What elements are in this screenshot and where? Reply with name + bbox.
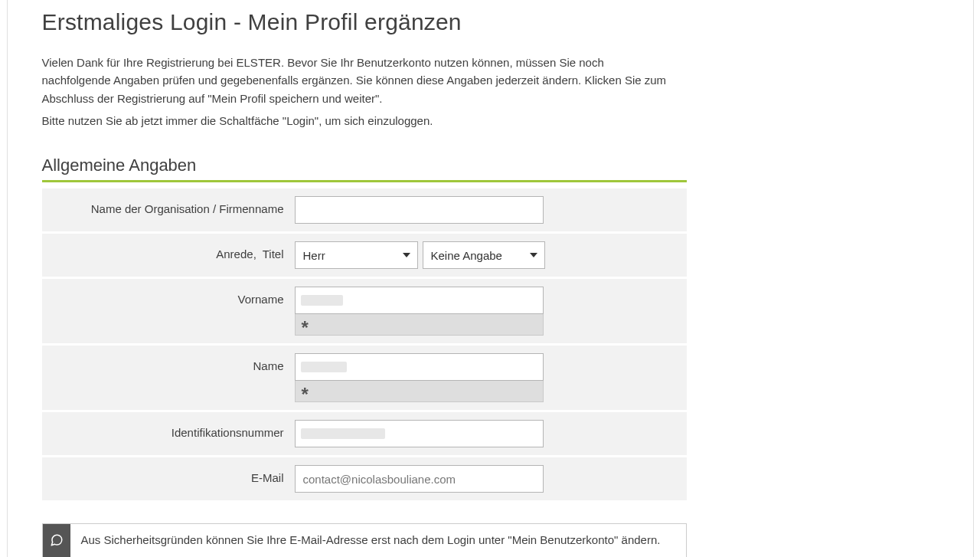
label-titel: Titel [263,247,284,260]
label-email: E-Mail [54,465,295,484]
required-marker-name: * [295,381,544,402]
notice-text: Aus Sicherheitsgründen können Sie Ihre E… [70,524,686,557]
row-vorname: Vorname * [42,279,687,343]
row-idnr: Identifikationsnummer [42,412,687,455]
label-name: Name [54,353,295,372]
select-anrede-wrap: Herr [295,241,418,269]
intro-block: Vielen Dank für Ihre Registrierung bei E… [42,54,939,129]
required-marker-vorname: * [295,314,544,336]
input-email[interactable] [295,465,544,493]
label-organisation: Name der Organisation / Firmenname [54,196,295,215]
notice-box: Aus Sicherheitsgründen können Sie Ihre E… [42,523,687,557]
row-name: Name * [42,346,687,410]
intro-paragraph-1: Vielen Dank für Ihre Registrierung bei E… [42,54,670,107]
select-anrede[interactable]: Herr [295,241,418,269]
label-anrede: Anrede [216,247,253,260]
select-titel[interactable]: Keine Angabe [423,241,545,269]
page-title: Erstmaliges Login - Mein Profil ergänzen [42,9,939,35]
asterisk-icon: * [302,319,309,337]
speech-bubble-icon [43,524,70,557]
row-organisation: Name der Organisation / Firmenname [42,188,687,231]
label-idnr: Identifikationsnummer [54,420,295,439]
select-titel-wrap: Keine Angabe [423,241,545,269]
intro-paragraph-2: Bitte nutzen Sie ab jetzt immer die Scha… [42,112,670,129]
redacted-placeholder [301,362,347,372]
redacted-placeholder [301,428,385,439]
label-anrede-titel: Anrede, Titel [54,241,295,260]
redacted-placeholder [301,295,343,306]
label-vorname: Vorname [54,287,295,306]
row-anrede-titel: Anrede, Titel Herr Keine Angabe [42,234,687,277]
asterisk-icon: * [302,385,309,404]
row-email: E-Mail [42,457,687,500]
input-organisation[interactable] [295,196,544,224]
form-area: Name der Organisation / Firmenname Anred… [42,188,687,500]
section-heading: Allgemeine Angaben [42,156,687,182]
